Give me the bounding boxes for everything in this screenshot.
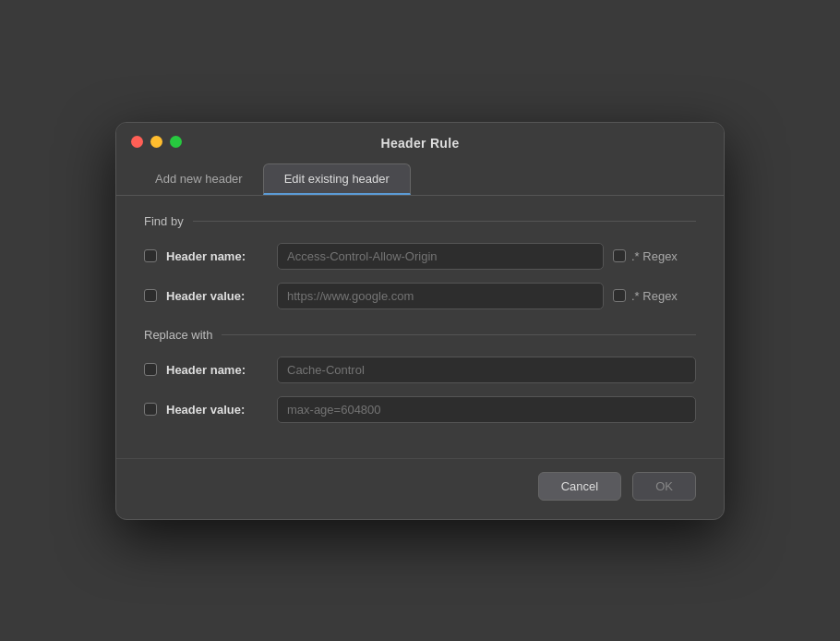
replace-header-name-row: Header name: [144,357,696,383]
find-header-name-regex-label: .* Regex [631,249,678,263]
find-header-name-checkbox[interactable] [144,249,157,262]
dialog-footer: Cancel OK [116,458,724,519]
find-header-value-checkbox[interactable] [144,289,157,302]
find-header-value-row: Header value: .* Regex [144,283,696,309]
replace-header-name-label: Header name: [166,363,268,377]
window-controls [131,136,182,148]
dialog-content: Find by Header name: .* Regex Header val… [116,196,724,458]
header-rule-dialog: Header Rule Add new header Edit existing… [115,122,725,520]
maximize-button[interactable] [170,136,182,148]
find-header-value-regex-checkbox[interactable] [613,289,626,302]
find-header-value-regex-group: .* Regex [613,289,696,303]
find-header-value-label: Header value: [166,289,268,303]
replace-header-name-input[interactable] [277,357,696,383]
cancel-button[interactable]: Cancel [538,472,621,501]
find-header-name-row: Header name: .* Regex [144,243,696,270]
replace-header-value-row: Header value: [144,396,696,423]
find-header-value-regex-label: .* Regex [631,289,678,303]
title-bar: Header Rule [116,123,724,151]
find-header-value-input[interactable] [277,283,604,309]
replace-header-value-checkbox[interactable] [144,403,157,416]
close-button[interactable] [131,136,143,148]
replace-with-section-label: Replace with [144,328,696,342]
find-header-name-label: Header name: [166,249,268,263]
find-header-name-regex-checkbox[interactable] [613,249,626,262]
ok-button[interactable]: OK [632,472,696,501]
find-header-name-input[interactable] [277,243,604,270]
tab-bar: Add new header Edit existing header [116,163,724,196]
replace-header-value-label: Header value: [166,403,268,417]
replace-header-value-input[interactable] [277,396,696,423]
tab-add-new-header[interactable]: Add new header [135,163,263,195]
replace-header-name-checkbox[interactable] [144,363,157,376]
dialog-title: Header Rule [381,136,460,151]
find-by-section-label: Find by [144,214,696,228]
tab-edit-existing-header[interactable]: Edit existing header [263,163,411,195]
find-header-name-regex-group: .* Regex [613,249,696,263]
minimize-button[interactable] [150,136,162,148]
